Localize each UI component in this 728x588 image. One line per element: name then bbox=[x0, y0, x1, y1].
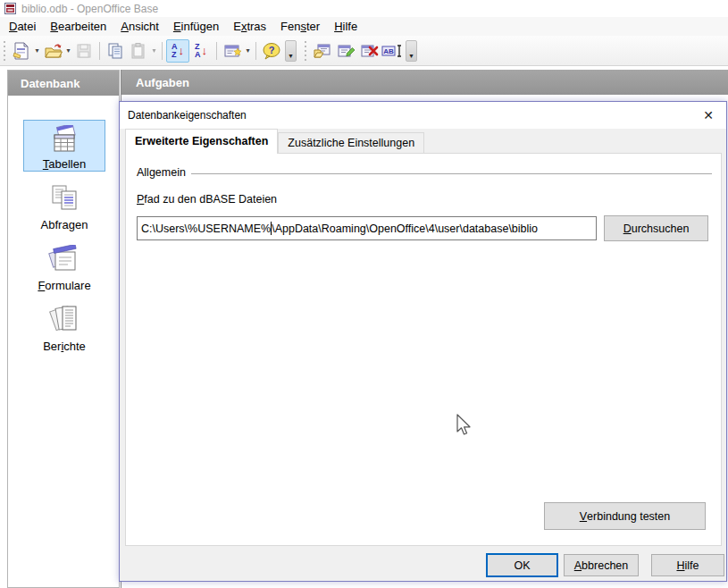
sidebar-item-abfragen[interactable]: Abfragen bbox=[23, 180, 105, 231]
toolbar-separator bbox=[99, 42, 100, 60]
tab-erweiterte-eigenschaften[interactable]: Erweiterte Eigenschaften bbox=[125, 129, 278, 154]
toolbar-overflow-button-2[interactable]: ▼ bbox=[406, 40, 417, 62]
new-document-icon bbox=[13, 42, 30, 60]
new-database-document-button[interactable] bbox=[10, 39, 33, 63]
cancel-button[interactable]: Abbrechen bbox=[564, 554, 639, 576]
sidebar-item-label: Abfragen bbox=[41, 218, 88, 231]
open-object-icon bbox=[313, 42, 332, 60]
open-database-object-button[interactable] bbox=[311, 39, 334, 63]
delete-object-button[interactable] bbox=[357, 39, 381, 63]
dialog-title: Datenbankeigenschaften bbox=[128, 109, 247, 122]
dialog-tabs: Erweiterte Eigenschaften Zusätzliche Ein… bbox=[125, 129, 424, 154]
sort-descending-button[interactable]: ZA ↓ bbox=[189, 39, 213, 63]
forms-icon bbox=[47, 245, 81, 277]
reports-icon bbox=[47, 304, 81, 338]
tasks-header: Aufgaben bbox=[121, 70, 728, 95]
menu-extras[interactable]: Extras bbox=[226, 18, 273, 35]
toolbar-grip[interactable] bbox=[3, 41, 7, 61]
toolbar: ▾ ▾ bbox=[0, 36, 728, 66]
open-document-button[interactable] bbox=[41, 39, 64, 63]
rename-icon: AB bbox=[381, 43, 403, 59]
window-title: biblio.odb - OpenOffice Base bbox=[21, 3, 158, 15]
dialog-title-bar: Datenbankeigenschaften ✕ bbox=[120, 102, 726, 129]
toolbar-separator bbox=[255, 42, 256, 60]
new-document-dropdown[interactable]: ▾ bbox=[33, 46, 41, 55]
app-icon bbox=[4, 3, 16, 14]
sort-ascending-button[interactable]: AZ ↓ bbox=[166, 39, 189, 63]
title-bar: biblio.odb - OpenOffice Base bbox=[0, 0, 728, 17]
new-form-button[interactable] bbox=[221, 39, 244, 63]
menu-hilfe[interactable]: Hilfe bbox=[327, 18, 364, 35]
new-form-dropdown[interactable]: ▾ bbox=[244, 46, 252, 55]
ok-button[interactable]: OK bbox=[486, 553, 558, 577]
toolbar-overflow-button[interactable]: ▼ bbox=[285, 40, 297, 62]
toolbar-separator bbox=[216, 42, 217, 60]
menu-einfuegen[interactable]: Einfügen bbox=[166, 18, 226, 35]
save-icon bbox=[76, 43, 92, 59]
edit-icon bbox=[336, 42, 356, 60]
menu-datei[interactable]: Datei bbox=[2, 18, 43, 35]
help-button-toolbar[interactable]: ? bbox=[260, 39, 283, 63]
open-dropdown[interactable]: ▾ bbox=[64, 46, 72, 55]
svg-text:AB: AB bbox=[383, 47, 394, 55]
tables-icon bbox=[47, 125, 81, 155]
sort-descending-icon: ZA ↓ bbox=[195, 43, 207, 59]
tab-page: Allgemein Pfad zu den dBASE Dateien C:\U… bbox=[125, 153, 722, 546]
sidebar-item-label: Berichte bbox=[43, 340, 86, 353]
save-button bbox=[72, 39, 96, 63]
help-icon: ? bbox=[262, 42, 281, 60]
sidebar-item-formulare[interactable]: Formulare bbox=[23, 240, 105, 292]
database-properties-dialog: Datenbankeigenschaften ✕ Erweiterte Eige… bbox=[119, 101, 727, 582]
copy-button[interactable] bbox=[104, 39, 127, 63]
path-input[interactable]: C:\Users\%USERNAME%\AppData\Roaming\Open… bbox=[137, 216, 597, 240]
sidebar-header: Datenbank bbox=[8, 71, 119, 96]
group-allgemein: Allgemein bbox=[137, 166, 712, 179]
copy-icon bbox=[106, 42, 124, 60]
delete-icon bbox=[359, 42, 379, 60]
menu-ansicht[interactable]: Ansicht bbox=[113, 18, 166, 35]
new-form-icon bbox=[223, 42, 242, 60]
menu-bearbeiten[interactable]: Bearbeiten bbox=[43, 18, 113, 35]
close-icon[interactable]: ✕ bbox=[698, 105, 719, 126]
sidebar-item-label: Tabellen bbox=[43, 157, 86, 171]
help-button[interactable]: Hilfe bbox=[651, 554, 724, 576]
tab-zusaetzliche-einstellungen[interactable]: Zusätzliche Einstellungen bbox=[278, 132, 424, 154]
application-window: biblio.odb - OpenOffice Base Datei Bearb… bbox=[0, 0, 728, 588]
paste-icon bbox=[130, 42, 147, 60]
edit-object-button[interactable] bbox=[334, 39, 357, 63]
paste-button bbox=[127, 39, 150, 63]
path-label: Pfad zu den dBASE Dateien bbox=[137, 193, 277, 206]
sidebar-item-label: Formulare bbox=[38, 279, 90, 292]
browse-button[interactable]: Durchsuchen bbox=[604, 215, 708, 241]
open-folder-icon bbox=[44, 42, 63, 60]
rename-object-button[interactable]: AB bbox=[381, 39, 404, 63]
toolbar-separator bbox=[162, 42, 163, 60]
sidebar-item-tabellen[interactable]: Tabellen bbox=[23, 120, 105, 172]
toolbar-grip[interactable] bbox=[304, 41, 308, 61]
menu-bar: Datei Bearbeiten Ansicht Einfügen Extras… bbox=[0, 17, 728, 36]
svg-text:?: ? bbox=[269, 45, 275, 55]
paste-dropdown: ▾ bbox=[150, 46, 158, 55]
sort-ascending-icon: AZ ↓ bbox=[172, 43, 184, 59]
database-sidebar: Datenbank Tabellen Abfrage bbox=[7, 70, 120, 588]
queries-icon bbox=[47, 184, 81, 216]
sidebar-item-berichte[interactable]: Berichte bbox=[23, 301, 105, 353]
test-connection-button[interactable]: Verbindung testen bbox=[544, 502, 706, 530]
menu-fenster[interactable]: Fenster bbox=[273, 18, 327, 35]
